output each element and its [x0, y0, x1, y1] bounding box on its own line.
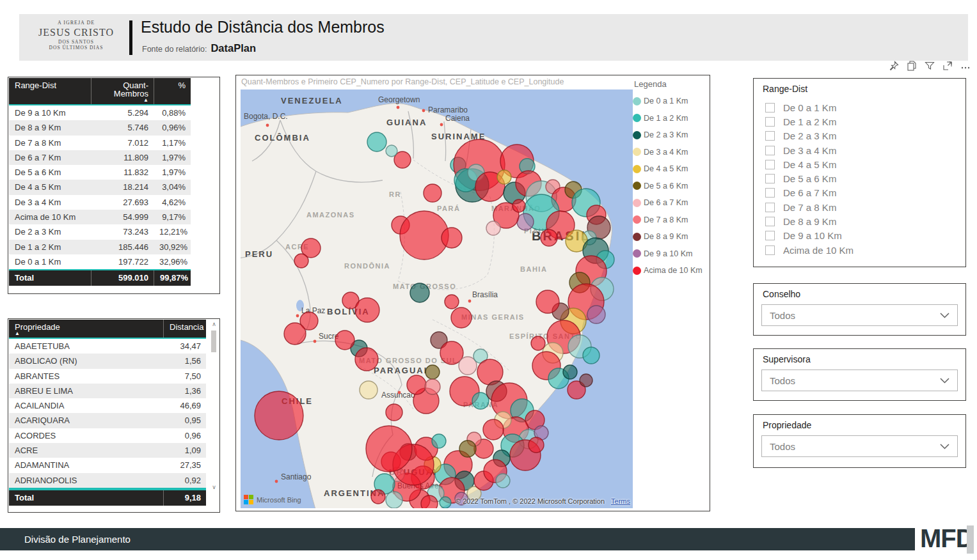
- map-bubble[interactable]: [410, 283, 429, 302]
- range-dist-option[interactable]: De 7 a 8 Km: [765, 200, 854, 214]
- scroll-down-icon[interactable]: ∨: [210, 483, 218, 492]
- table-row[interactable]: De 3 a 4 Km27.6934,62%: [9, 195, 191, 210]
- table-row[interactable]: ADAMANTINA27,35: [9, 458, 206, 472]
- map-bubble[interactable]: [424, 184, 441, 202]
- filter-icon[interactable]: [924, 60, 935, 72]
- map-bubble[interactable]: [360, 381, 377, 399]
- checkbox[interactable]: [765, 203, 775, 212]
- map-bubble[interactable]: [583, 347, 600, 364]
- map-bubble[interactable]: [451, 307, 472, 328]
- legend-item[interactable]: Acima de 10 Km: [633, 262, 710, 279]
- scrollbar-thumb[interactable]: [211, 331, 216, 352]
- legend-item[interactable]: De 7 a 8 Km: [633, 212, 710, 229]
- table-row[interactable]: ADRIANOPOLIS0,92: [9, 473, 206, 488]
- map-bubble[interactable]: [432, 434, 446, 448]
- map-bubble[interactable]: [587, 306, 605, 323]
- map-bubble[interactable]: [517, 214, 534, 230]
- checkbox[interactable]: [765, 188, 775, 198]
- range-dist-option[interactable]: Acima de 10 Km: [765, 243, 854, 257]
- map-bubble[interactable]: [563, 365, 577, 379]
- table-row[interactable]: ACARIQUARA0,95: [9, 413, 206, 428]
- table-row[interactable]: De 4 a 5 Km18.2143,04%: [9, 180, 191, 194]
- map-bubble[interactable]: [386, 404, 402, 421]
- legend-item[interactable]: De 3 a 4 Km: [633, 144, 710, 161]
- table-row[interactable]: De 6 a 7 Km11.8091,97%: [9, 150, 191, 165]
- conselho-dropdown[interactable]: Todos: [761, 304, 958, 326]
- map-bubble[interactable]: [445, 295, 459, 309]
- legend-item[interactable]: De 4 a 5 Km: [633, 160, 710, 178]
- map-bubble[interactable]: [284, 323, 306, 345]
- checkbox[interactable]: [765, 117, 775, 127]
- pin-icon[interactable]: [888, 60, 900, 72]
- table-row[interactable]: De 9 a 10 Km5.2940,88%: [9, 105, 191, 120]
- focus-mode-icon[interactable]: [942, 60, 953, 72]
- checkbox[interactable]: [765, 245, 775, 255]
- table-row[interactable]: ACORDES0,96: [9, 428, 206, 443]
- map-bubble[interactable]: [497, 170, 511, 184]
- table-row[interactable]: De 7 a 8 Km7.0121,17%: [9, 136, 191, 150]
- map-bubble[interactable]: [400, 211, 449, 260]
- map-bubble[interactable]: [355, 298, 379, 322]
- map-bubble[interactable]: [486, 221, 500, 235]
- checkbox[interactable]: [765, 103, 775, 113]
- range-dist-option[interactable]: De 9 a 10 Km: [765, 229, 854, 243]
- checkbox[interactable]: [765, 146, 775, 155]
- column-header[interactable]: Distancia: [163, 320, 206, 338]
- table-row[interactable]: ACRE1,09: [9, 443, 206, 458]
- scroll-up-icon[interactable]: ∧: [210, 320, 218, 329]
- map-bubble[interactable]: [367, 132, 386, 152]
- checkbox[interactable]: [765, 217, 775, 226]
- range-dist-option[interactable]: De 1 a 2 Km: [765, 114, 854, 128]
- map-bubble[interactable]: [371, 490, 385, 504]
- range-dist-option[interactable]: De 2 a 3 Km: [765, 129, 854, 143]
- map-bubble[interactable]: [536, 290, 559, 313]
- map-bubble[interactable]: [496, 474, 510, 488]
- table-row[interactable]: De 1 a 2 Km185.44630,92%: [9, 240, 191, 254]
- legend-item[interactable]: De 5 a 6 Km: [633, 178, 710, 195]
- map-bubble[interactable]: [580, 374, 592, 387]
- map-bubble[interactable]: [294, 254, 308, 268]
- range-dist-option[interactable]: De 0 a 1 Km: [765, 100, 854, 114]
- map-bubble[interactable]: [483, 419, 504, 440]
- legend-item[interactable]: De 6 a 7 Km: [633, 194, 710, 212]
- checkbox[interactable]: [765, 131, 775, 141]
- map-bubble[interactable]: [459, 440, 476, 457]
- legend-item[interactable]: De 8 a 9 Km: [633, 228, 710, 245]
- map-bubble[interactable]: [335, 331, 354, 350]
- map-bubble[interactable]: [528, 437, 544, 453]
- range-dist-option[interactable]: De 4 a 5 Km: [765, 157, 854, 171]
- legend-item[interactable]: De 1 a 2 Km: [633, 110, 710, 127]
- range-dist-option[interactable]: De 3 a 4 Km: [765, 143, 854, 157]
- bing-map[interactable]: VENEZUELAGUIANASURINAMECOLÔMBIAPERUBOLÍV…: [241, 89, 633, 508]
- map-bubble[interactable]: [255, 391, 303, 440]
- table-row[interactable]: ABRANTES7,50: [9, 369, 206, 384]
- legend-item[interactable]: De 2 a 3 Km: [633, 127, 710, 144]
- copy-icon[interactable]: [906, 60, 917, 72]
- map-bubble[interactable]: [441, 228, 462, 248]
- map-bubble[interactable]: [386, 145, 397, 157]
- map-bubble[interactable]: [425, 379, 440, 394]
- propriedade-dropdown[interactable]: Todos: [761, 435, 958, 457]
- column-header[interactable]: %: [154, 78, 191, 104]
- supervisora-dropdown[interactable]: Todos: [761, 369, 958, 391]
- legend-item[interactable]: De 0 a 1 Km: [633, 93, 710, 110]
- range-dist-option[interactable]: De 8 a 9 Km: [765, 214, 854, 228]
- table-row[interactable]: De 0 a 1 Km197.72232,96%: [9, 254, 191, 269]
- map-bubble[interactable]: [512, 199, 525, 212]
- map-bubble[interactable]: [386, 492, 402, 508]
- map-bubble[interactable]: [407, 375, 426, 394]
- map-bubble[interactable]: [366, 426, 412, 472]
- map-canvas[interactable]: VENEZUELAGUIANASURINAMECOLÔMBIAPERUBOLÍV…: [241, 89, 633, 508]
- legend-item[interactable]: De 9 a 10 Km: [633, 245, 710, 263]
- map-bubble[interactable]: [440, 497, 451, 508]
- range-dist-option[interactable]: De 5 a 6 Km: [765, 171, 854, 185]
- map-bubble[interactable]: [421, 495, 438, 508]
- table-row[interactable]: De 5 a 6 Km11.8321,97%: [9, 165, 191, 180]
- terms-link[interactable]: Terms: [611, 497, 630, 505]
- column-header[interactable]: Range-Dist: [9, 78, 91, 104]
- column-header[interactable]: Quant-Membros▲: [91, 78, 154, 104]
- map-bubble[interactable]: [425, 365, 440, 379]
- table-row[interactable]: ABAETETUBA34,47: [9, 339, 206, 354]
- table-row[interactable]: De 2 a 3 Km73.24312,21%: [9, 224, 191, 239]
- column-header[interactable]: Propriedade▲: [9, 320, 163, 338]
